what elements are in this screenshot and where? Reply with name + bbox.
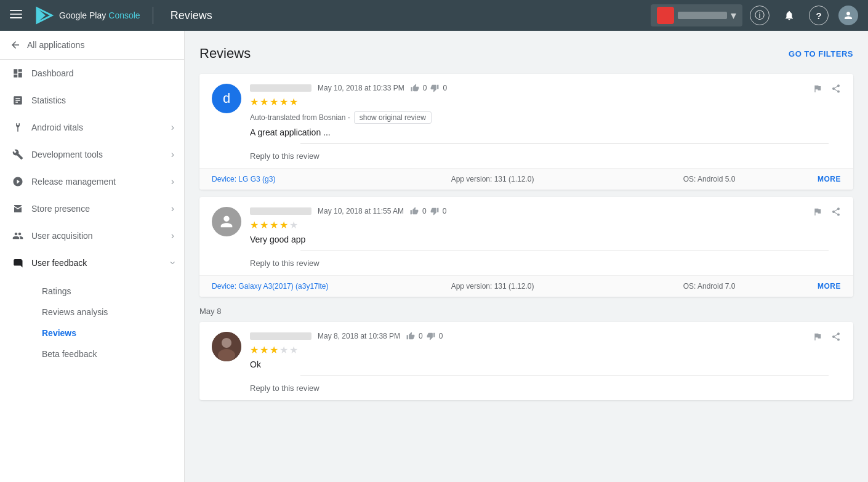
review-1-thumbs-down: 0: [443, 84, 447, 92]
android-vitals-icon: [12, 121, 24, 134]
sidebar-item-user-feedback[interactable]: User feedback ›: [0, 249, 184, 276]
sidebar-item-reviews[interactable]: Reviews: [32, 323, 184, 343]
review-3-stars: ★ ★ ★ ★ ★: [250, 344, 841, 356]
thumbs-down-3-icon: [427, 332, 435, 340]
show-original-button[interactable]: show original review: [354, 111, 432, 124]
review-3-thumbs-up: 0: [419, 332, 423, 340]
flag-2-icon[interactable]: [813, 207, 822, 219]
reviewer-3-name-blur: [250, 332, 311, 340]
review-2-reply-link[interactable]: Reply to this review: [250, 254, 841, 268]
sidebar-item-user-acquisition[interactable]: User acquisition ›: [0, 222, 184, 249]
review-2-thumbs-down: 0: [443, 207, 447, 215]
review-3-reply-link[interactable]: Reply to this review: [250, 379, 841, 393]
share-icon[interactable]: [831, 84, 841, 96]
review-2-thumbs-up: 0: [422, 207, 427, 215]
sidebar-item-ratings[interactable]: Ratings: [32, 281, 184, 301]
app-name-blur: [678, 12, 727, 19]
sidebar-item-dashboard[interactable]: Dashboard: [0, 60, 184, 87]
hamburger-menu-icon[interactable]: [10, 8, 22, 23]
play-console-logo-icon: [34, 6, 54, 25]
review-2-header: May 10, 2018 at 11:55 AM 0 0: [250, 207, 841, 215]
sidebar-item-label-dashboard: Dashboard: [31, 68, 174, 78]
review-1-actions: [813, 84, 841, 96]
thumbs-up-icon: [411, 84, 419, 92]
sidebar-item-development-tools[interactable]: Development tools ›: [0, 141, 184, 168]
help-icon[interactable]: ?: [809, 6, 829, 25]
reviews-label: Reviews: [42, 328, 76, 338]
user-avatar[interactable]: [838, 6, 858, 25]
ratings-label: Ratings: [42, 286, 71, 296]
user-feedback-submenu: Ratings Reviews analysis Reviews Beta fe…: [0, 276, 184, 369]
sidebar-item-android-vitals[interactable]: Android vitals ›: [0, 114, 184, 141]
review-1-divider: [300, 143, 829, 144]
review-3-main: May 8, 2018 at 10:38 PM 0 0 ★ ★ ★: [199, 322, 853, 400]
review-3-thumbs-down: 0: [439, 332, 443, 340]
notifications-icon[interactable]: [779, 6, 799, 25]
thumbs-down-icon: [430, 84, 439, 92]
share-3-icon[interactable]: [831, 332, 841, 344]
reviewer-2-name-blur: [250, 207, 311, 215]
user-acq-icon: [12, 230, 24, 242]
review-1-main: d May 10, 2018 at 10:33 PM 0 0: [199, 74, 853, 168]
review-2-votes: 0 0: [410, 207, 446, 215]
review-2-avatar: [212, 207, 241, 236]
sidebar-item-label-store-presence: Store presence: [31, 204, 164, 214]
section-date-may8: May 8: [199, 307, 853, 316]
review-1-device-name: LG G3 (g3): [238, 175, 275, 183]
statistics-icon: [12, 94, 24, 106]
store-presence-chevron-icon: ›: [171, 203, 174, 214]
review-2-date: May 10, 2018 at 11:55 AM: [318, 207, 404, 215]
info-icon[interactable]: ⓘ: [750, 6, 770, 25]
page-title: Reviews: [199, 46, 251, 62]
thumbs-down-2-icon: [430, 207, 439, 215]
sidebar-item-store-presence[interactable]: Store presence ›: [0, 195, 184, 222]
review-3-actions: [813, 332, 841, 344]
review-card-1: d May 10, 2018 at 10:33 PM 0 0: [199, 74, 853, 190]
go-to-filters-button[interactable]: GO TO FILTERS: [789, 49, 853, 58]
share-2-icon[interactable]: [831, 207, 841, 219]
sidebar-item-beta-feedback[interactable]: Beta feedback: [32, 344, 184, 364]
sidebar-item-release-management[interactable]: Release management ›: [0, 168, 184, 195]
star-2: ★: [260, 96, 268, 108]
sidebar-item-statistics[interactable]: Statistics: [0, 87, 184, 114]
star-r3-1: ★: [250, 344, 259, 356]
review-3-divider: [300, 376, 829, 376]
sidebar-item-label-statistics: Statistics: [31, 95, 174, 105]
flag-3-icon[interactable]: [813, 332, 822, 344]
review-1-footer: Device: LG G3 (g3) App version: 131 (1.1…: [199, 168, 853, 190]
device-prefix: Device:: [212, 175, 238, 183]
review-3-votes: 0 0: [406, 332, 443, 340]
thumbs-up-3-icon: [406, 332, 415, 340]
review-2-more-button[interactable]: MORE: [818, 282, 841, 291]
sidebar-item-label-release-mgmt: Release management: [31, 177, 164, 187]
review-1-more-button[interactable]: MORE: [818, 175, 841, 183]
review-card-3: May 8, 2018 at 10:38 PM 0 0 ★ ★ ★: [199, 322, 853, 400]
star-r2-2: ★: [260, 219, 268, 231]
app-logo: Google Play Console: [34, 6, 140, 25]
review-2-main: May 10, 2018 at 11:55 AM 0 0 ★ ★ ★: [199, 197, 853, 275]
sidebar-item-label-dev-tools: Development tools: [31, 150, 164, 159]
star-r2-3: ★: [270, 219, 278, 231]
svg-point-6: [222, 338, 231, 348]
svg-rect-1: [10, 14, 22, 15]
review-1-body: May 10, 2018 at 10:33 PM 0 0 ★ ★ ★: [250, 84, 841, 161]
sidebar: All applications Dashboard Statistics An…: [0, 31, 185, 482]
review-1-device: Device: LG G3 (g3): [212, 175, 384, 183]
back-to-all-apps[interactable]: All applications: [0, 31, 184, 60]
flag-icon[interactable]: [813, 84, 822, 96]
device-2-prefix: Device:: [212, 282, 238, 291]
android-vitals-chevron-icon: ›: [171, 122, 174, 133]
reviews-analysis-label: Reviews analysis: [42, 307, 108, 317]
topbar-icons: ⓘ ?: [750, 6, 858, 25]
sidebar-item-label-user-acq: User acquisition: [31, 231, 164, 241]
review-1-os: OS: Android 5.0: [601, 175, 818, 183]
app-selector[interactable]: ▾: [651, 4, 742, 26]
star-5: ★: [289, 96, 298, 108]
review-1-reply-link[interactable]: Reply to this review: [250, 147, 841, 161]
main-header: Reviews GO TO FILTERS: [199, 46, 853, 62]
divider: [153, 7, 153, 24]
star-4: ★: [279, 96, 288, 108]
review-2-device-name: Galaxy A3(2017) (a3y17lte): [238, 282, 328, 291]
thumbs-up-2-icon: [410, 207, 419, 215]
sidebar-item-reviews-analysis[interactable]: Reviews analysis: [32, 302, 184, 322]
